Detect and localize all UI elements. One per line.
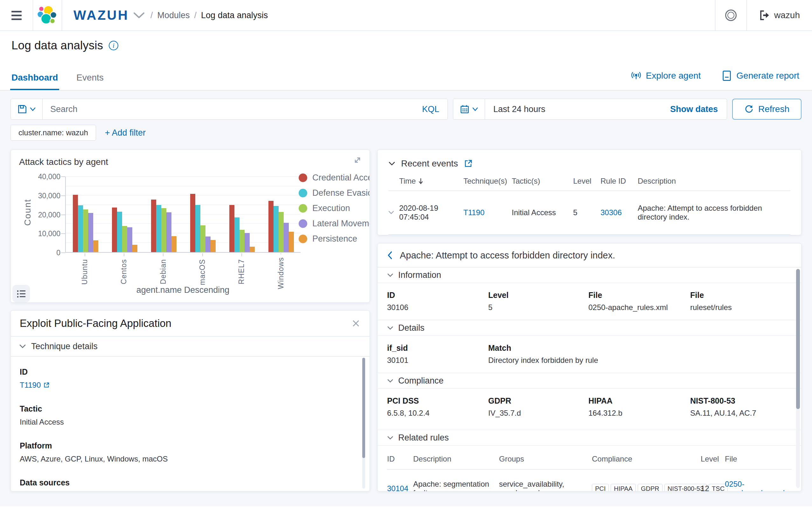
search-input[interactable] <box>43 104 414 114</box>
external-link-icon[interactable] <box>464 159 473 168</box>
date-quick-select-button[interactable] <box>453 99 485 119</box>
chart-bar[interactable] <box>73 195 78 252</box>
chart-bar[interactable] <box>93 240 98 252</box>
chart-bar[interactable] <box>127 227 132 252</box>
chart-bar[interactable] <box>78 205 83 252</box>
legend-item[interactable]: Lateral Movement <box>299 219 370 228</box>
chevron-down-icon[interactable] <box>388 161 395 166</box>
saved-queries-button[interactable] <box>11 99 43 119</box>
column-technique[interactable]: Technique(s) <box>464 177 512 185</box>
chart-bar[interactable] <box>88 213 93 252</box>
column-file[interactable]: File <box>725 455 792 463</box>
chart-bar[interactable] <box>156 205 161 252</box>
column-rule-id[interactable]: Rule ID <box>601 177 638 185</box>
chart-bar[interactable] <box>83 209 88 252</box>
legend-item[interactable]: Credential Access <box>299 173 370 183</box>
chart-bar[interactable] <box>161 208 166 252</box>
chart-bar[interactable] <box>210 240 216 252</box>
column-description[interactable]: Description <box>638 177 791 185</box>
chart-bar[interactable] <box>132 245 137 252</box>
chevron-down-icon <box>387 379 393 383</box>
legend-item[interactable]: Execution <box>299 203 370 213</box>
column-tactic[interactable]: Tactic(s) <box>512 177 573 185</box>
field-label: NIST-800-53 <box>690 396 792 406</box>
compliance-accordion[interactable]: Compliance <box>378 373 801 389</box>
cell-rule-id-link[interactable]: 30104 <box>387 484 413 492</box>
legend-item[interactable]: Persistence <box>299 234 370 244</box>
cell-file-link[interactable]: 0250-apache_rules.xml <box>725 480 792 492</box>
health-check-button[interactable] <box>715 9 747 21</box>
chart-bar[interactable] <box>284 223 289 252</box>
elastic-logo[interactable] <box>33 5 62 25</box>
info-icon[interactable]: i <box>109 41 118 50</box>
technique-id-link[interactable]: T1190 <box>20 379 50 391</box>
expand-row-icon[interactable] <box>388 211 394 215</box>
refresh-button[interactable]: Refresh <box>732 99 802 120</box>
menu-button[interactable] <box>0 11 33 20</box>
information-accordion[interactable]: Information <box>378 267 801 283</box>
chevron-down-icon[interactable] <box>133 12 145 19</box>
chart-bar[interactable] <box>190 194 195 252</box>
query-language-button[interactable]: KQL <box>414 104 447 114</box>
close-icon[interactable] <box>351 319 361 328</box>
cell-technique-link[interactable]: T1190 <box>464 208 512 217</box>
column-compliance[interactable]: Compliance <box>592 455 701 463</box>
generate-report-button[interactable]: Generate report <box>722 70 799 81</box>
gdpr-link[interactable]: IV_35.7.d <box>488 409 588 418</box>
file-link[interactable]: 0250-apache_rules.xml <box>588 303 690 312</box>
scrollbar-thumb[interactable] <box>796 269 800 409</box>
chart-bar[interactable] <box>279 212 284 252</box>
path-link[interactable]: ruleset/rules <box>690 303 792 312</box>
tab-dashboard[interactable]: Dashboard <box>11 73 58 90</box>
logout-button[interactable]: wazuh <box>747 10 812 21</box>
breadcrumb-modules[interactable]: Modules <box>157 10 190 20</box>
column-description[interactable]: Description <box>413 455 499 463</box>
chart-bar[interactable] <box>234 217 239 252</box>
chart-bar[interactable] <box>122 226 127 252</box>
chart-bar[interactable] <box>205 237 210 252</box>
chart-bar[interactable] <box>112 208 117 252</box>
tab-events[interactable]: Events <box>76 73 104 90</box>
scrollbar-track[interactable] <box>362 358 365 489</box>
chart-bar[interactable] <box>172 236 177 252</box>
show-dates-button[interactable]: Show dates <box>670 104 727 114</box>
add-filter-button[interactable]: + Add filter <box>105 128 146 138</box>
wazuh-logo[interactable]: WAZUH <box>74 8 129 23</box>
back-icon[interactable] <box>387 251 393 259</box>
cell-rule-id-link[interactable]: 30306 <box>601 208 638 217</box>
chart-bar[interactable] <box>166 212 172 252</box>
scrollbar-thumb[interactable] <box>362 358 365 458</box>
column-level[interactable]: Level <box>701 455 725 463</box>
chart-bar[interactable] <box>117 212 122 252</box>
chart-bar[interactable] <box>239 230 245 252</box>
column-level[interactable]: Level <box>573 177 601 185</box>
legend-toggle-button[interactable] <box>12 285 30 302</box>
chart-bar[interactable] <box>151 200 156 252</box>
nist-link[interactable]: SA.11, AU.14, AC.7 <box>690 409 792 418</box>
column-groups[interactable]: Groups <box>499 455 592 463</box>
chevron-down-icon <box>387 436 393 440</box>
details-accordion[interactable]: Details <box>378 320 801 336</box>
related-rules-accordion[interactable]: Related rules <box>378 430 801 446</box>
filter-chip-cluster[interactable]: cluster.name: wazuh <box>10 125 96 141</box>
level-link[interactable]: 5 <box>488 303 588 312</box>
chart-bar[interactable] <box>195 205 200 252</box>
technique-details-accordion[interactable]: Technique details <box>11 336 370 356</box>
chart-bar[interactable] <box>250 247 255 252</box>
scrollbar-track[interactable] <box>796 269 800 488</box>
legend-item[interactable]: Defense Evasion <box>299 188 370 198</box>
chart-bar[interactable] <box>269 201 274 252</box>
chart-bar[interactable] <box>274 206 279 252</box>
time-range-value[interactable]: Last 24 hours <box>485 104 670 114</box>
expand-icon[interactable] <box>352 155 363 165</box>
column-time[interactable]: Time <box>399 177 464 185</box>
sort-desc-icon <box>418 178 423 184</box>
chart-bar[interactable] <box>245 233 250 252</box>
hipaa-link[interactable]: 164.312.b <box>588 409 690 418</box>
column-id[interactable]: ID <box>387 455 413 463</box>
chart-bar[interactable] <box>200 225 205 252</box>
pci-link[interactable]: 6.5.8, 10.2.4 <box>387 409 488 418</box>
chart-bar[interactable] <box>289 232 294 252</box>
chart-bar[interactable] <box>229 205 234 252</box>
explore-agent-button[interactable]: Explore agent <box>631 70 701 81</box>
